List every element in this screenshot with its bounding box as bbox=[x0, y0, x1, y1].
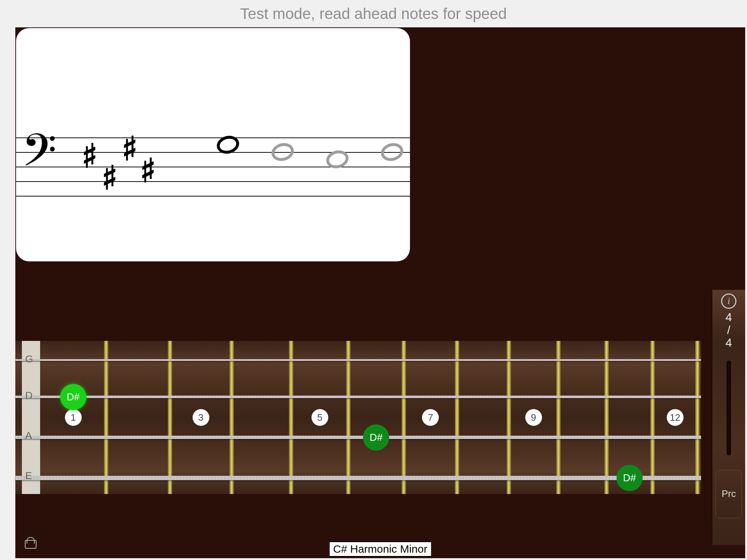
practice-button[interactable]: Prc bbox=[716, 470, 742, 518]
fretboard[interactable]: GDAE 1357912 D#D#D# bbox=[15, 341, 701, 494]
fret-marker: 12 bbox=[667, 409, 684, 426]
staff-line bbox=[16, 181, 410, 182]
staff-line bbox=[16, 152, 410, 153]
fret bbox=[556, 341, 561, 494]
fret bbox=[168, 341, 172, 494]
header-title: Test mode, read ahead notes for speed bbox=[0, 0, 747, 27]
fret-marker: 3 bbox=[193, 409, 209, 426]
practice-label: Prc bbox=[722, 488, 736, 499]
fret bbox=[455, 341, 459, 494]
sharp-icon: ♯ bbox=[102, 159, 118, 197]
fret bbox=[650, 341, 655, 494]
fret bbox=[402, 341, 406, 494]
fret bbox=[229, 341, 234, 494]
fret-marker: 9 bbox=[525, 409, 542, 426]
sharp-icon: ♯ bbox=[140, 151, 156, 190]
fret-marker: 1 bbox=[65, 409, 82, 426]
string-label: D bbox=[25, 390, 32, 401]
volume-slider[interactable] bbox=[727, 361, 731, 455]
timesig-bottom: 4 bbox=[725, 337, 732, 349]
sharp-icon: ♯ bbox=[122, 129, 138, 168]
bass-clef-icon: 𝄢 bbox=[22, 134, 57, 178]
fret-marker: 7 bbox=[422, 409, 439, 426]
sharp-icon: ♯ bbox=[82, 137, 98, 175]
string-label: A bbox=[25, 430, 32, 442]
fret bbox=[695, 341, 700, 494]
staff-line bbox=[16, 167, 410, 167]
fretboard-note[interactable]: D# bbox=[363, 424, 389, 451]
info-icon[interactable]: i bbox=[721, 293, 736, 309]
timesig-sep: / bbox=[725, 324, 732, 337]
lock-icon[interactable] bbox=[25, 538, 35, 549]
fret bbox=[289, 341, 293, 494]
fret bbox=[104, 341, 108, 494]
staff-line bbox=[16, 137, 410, 138]
string[interactable] bbox=[15, 436, 701, 439]
string[interactable] bbox=[15, 476, 701, 480]
staff-line bbox=[16, 196, 410, 197]
main-area: 𝄢 ♯ ♯ ♯ ♯ GDAE 1357912 D#D#D# i 4 / 4 Pr… bbox=[15, 27, 745, 558]
string[interactable] bbox=[15, 359, 701, 361]
timesig-top: 4 bbox=[725, 311, 732, 324]
staff-note bbox=[379, 141, 405, 163]
string[interactable] bbox=[15, 396, 701, 398]
scale-label[interactable]: C# Harmonic Minor bbox=[329, 541, 431, 557]
mode-text: Test mode, read ahead notes for speed bbox=[240, 5, 507, 23]
fret-marker: 5 bbox=[311, 409, 328, 426]
fret bbox=[346, 341, 351, 494]
time-signature[interactable]: 4 / 4 bbox=[725, 311, 732, 350]
fret bbox=[507, 341, 511, 494]
string-label: E bbox=[25, 470, 32, 482]
scale-name: C# Harmonic Minor bbox=[333, 543, 427, 555]
staff-note bbox=[270, 141, 296, 163]
fretboard-note[interactable]: D# bbox=[616, 465, 643, 491]
staff-card: 𝄢 ♯ ♯ ♯ ♯ bbox=[16, 28, 410, 261]
fret bbox=[604, 341, 609, 494]
fretboard-note[interactable]: D# bbox=[60, 384, 86, 410]
string-label: G bbox=[25, 353, 33, 365]
right-sidebar: i 4 / 4 Prc bbox=[712, 290, 745, 545]
